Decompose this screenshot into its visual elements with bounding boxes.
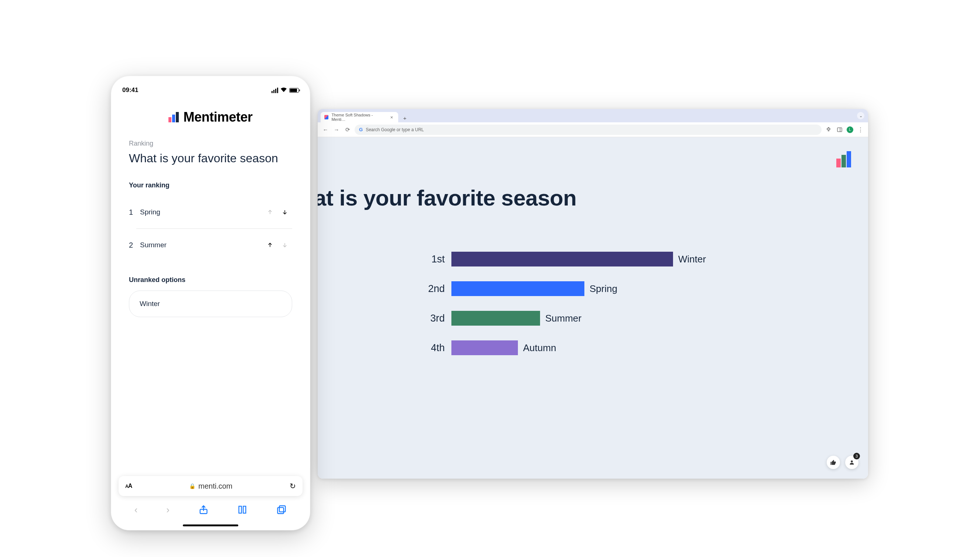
- svg-rect-0: [837, 127, 842, 132]
- chart-bar: [451, 252, 673, 267]
- home-indicator[interactable]: [183, 524, 238, 526]
- safari-forward-button[interactable]: ›: [166, 504, 170, 516]
- question-text: What is your favorite season: [129, 151, 292, 165]
- rank-number: 1: [129, 208, 140, 217]
- forward-button[interactable]: →: [333, 125, 341, 134]
- text-size-button[interactable]: AA: [125, 483, 132, 489]
- svg-rect-4: [847, 151, 851, 168]
- chart-bar: [451, 281, 584, 296]
- tab-title: Theme Soft Shadows - Menti…: [331, 113, 385, 122]
- rank-option-name: Summer: [140, 241, 263, 249]
- browser-tabstrip: Theme Soft Shadows - Menti… × + ⌄: [318, 109, 868, 122]
- avatar-initial: L: [849, 127, 851, 132]
- new-tab-button[interactable]: +: [401, 114, 409, 122]
- safari-address-bar[interactable]: AA 🔒 menti.com ↻: [118, 476, 303, 496]
- rank-position-label: 1st: [417, 254, 451, 265]
- address-bar[interactable]: G Search Google or type a URL: [355, 125, 821, 135]
- ranked-list: 1Spring2Summer: [129, 196, 292, 261]
- your-ranking-label: Your ranking: [129, 181, 292, 189]
- svg-rect-7: [172, 115, 175, 122]
- unranked-label: Unranked options: [129, 276, 292, 284]
- back-button[interactable]: ←: [321, 125, 329, 134]
- move-down-button: [277, 238, 292, 252]
- chart-bar-label: Winter: [678, 254, 706, 265]
- chart-bar: [451, 311, 540, 326]
- rank-option-name: Spring: [140, 208, 263, 216]
- status-bar: 09:41: [111, 82, 310, 98]
- share-icon[interactable]: [198, 505, 209, 515]
- mentimeter-mark-icon: [169, 112, 180, 122]
- ranking-bar-chart: 1stWinter2ndSpring3rdSummer4thAutumn: [417, 244, 750, 363]
- lock-icon: 🔒: [189, 483, 195, 489]
- mentimeter-wordmark: Mentimeter: [183, 109, 252, 125]
- rank-position-label: 2nd: [417, 283, 451, 295]
- chart-row: 3rdSummer: [417, 303, 750, 333]
- rank-position-label: 4th: [417, 342, 451, 354]
- rank-position-label: 3rd: [417, 313, 451, 324]
- omnibox-placeholder: Search Google or type a URL: [366, 127, 424, 132]
- desktop-browser-window: Theme Soft Shadows - Menti… × + ⌄ ← → ⟳ …: [318, 109, 868, 479]
- tab-overflow-button[interactable]: ⌄: [857, 112, 865, 119]
- phone-mockup: 09:41 Mentimeter Ranking What is your fa…: [111, 76, 310, 530]
- mentimeter-logo: Mentimeter: [111, 109, 310, 125]
- presentation-viewport: at is your favorite season 1stWinter2ndS…: [318, 137, 868, 479]
- chart-row: 1stWinter: [417, 244, 750, 274]
- profile-avatar[interactable]: L: [847, 126, 853, 133]
- reload-icon[interactable]: ↻: [290, 482, 296, 490]
- reload-button[interactable]: ⟳: [344, 125, 352, 134]
- side-panel-icon[interactable]: [836, 125, 844, 134]
- svg-rect-3: [842, 155, 846, 168]
- google-g-icon: G: [359, 127, 363, 132]
- rank-number: 2: [129, 241, 140, 249]
- chart-bar: [451, 340, 518, 355]
- move-up-button[interactable]: [263, 238, 277, 252]
- battery-icon: [289, 88, 299, 93]
- favicon-icon: [325, 115, 328, 119]
- chart-row: 2ndSpring: [417, 274, 750, 303]
- safari-back-button[interactable]: ‹: [135, 504, 138, 516]
- unranked-list: Winter: [129, 290, 292, 317]
- mentimeter-logo-icon: [836, 151, 854, 168]
- ranked-item[interactable]: 1Spring: [136, 196, 292, 229]
- question-type-label: Ranking: [129, 140, 292, 147]
- cellular-signal-icon: [271, 88, 278, 93]
- ranked-item[interactable]: 2Summer: [136, 229, 292, 261]
- chart-bar-label: Summer: [545, 313, 581, 324]
- svg-rect-10: [279, 506, 285, 512]
- kebab-menu-icon[interactable]: ⋮: [856, 125, 865, 134]
- move-down-button[interactable]: [277, 205, 292, 220]
- chart-bar-label: Autumn: [523, 342, 556, 354]
- wifi-icon: [281, 87, 287, 93]
- svg-point-5: [851, 461, 853, 463]
- participants-badge: 3: [853, 453, 860, 459]
- svg-rect-11: [278, 508, 284, 513]
- participants-button[interactable]: 3: [845, 456, 858, 469]
- move-up-button: [263, 205, 277, 220]
- reactions-button[interactable]: [827, 456, 840, 469]
- svg-rect-8: [176, 112, 179, 122]
- extensions-icon[interactable]: [824, 125, 832, 134]
- safari-toolbar: ‹ ›: [111, 500, 310, 520]
- floating-actions: 3: [827, 456, 858, 469]
- chart-bar-label: Spring: [589, 283, 617, 295]
- clock: 09:41: [122, 86, 138, 94]
- svg-rect-6: [169, 117, 171, 122]
- url-text: menti.com: [198, 482, 232, 490]
- presentation-title: at is your favorite season: [318, 185, 577, 211]
- close-tab-icon[interactable]: ×: [390, 115, 393, 120]
- bookmarks-icon[interactable]: [237, 505, 248, 515]
- browser-toolbar: ← → ⟳ G Search Google or type a URL L ⋮: [318, 122, 868, 137]
- chart-row: 4thAutumn: [417, 333, 750, 363]
- unranked-option[interactable]: Winter: [129, 290, 292, 317]
- tabs-icon[interactable]: [276, 505, 287, 515]
- browser-tab[interactable]: Theme Soft Shadows - Menti… ×: [321, 112, 398, 122]
- svg-rect-2: [836, 158, 841, 168]
